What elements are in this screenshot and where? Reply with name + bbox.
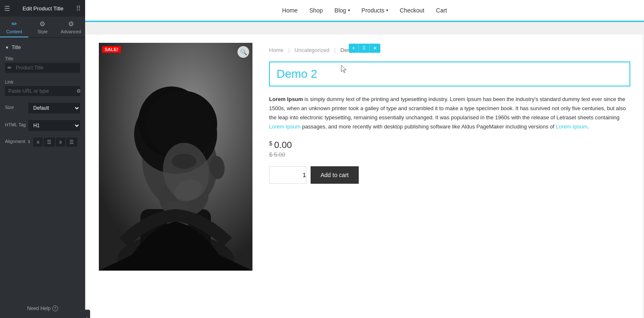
svg-point-11 (171, 154, 196, 169)
align-left-button[interactable]: ≡ (33, 138, 43, 147)
product-description: Lorem Ipsum is simply dummy text of the … (269, 95, 630, 131)
price-section: $ 0.00 $ 5.00 (269, 140, 630, 158)
breadcrumb-category[interactable]: Uncategorized (294, 47, 329, 53)
current-price: $ 0.00 (269, 140, 630, 150)
add-to-cart-button[interactable]: Add to cart (311, 166, 359, 184)
info-icon: ℹ (28, 139, 30, 144)
quantity-field[interactable] (269, 167, 306, 183)
link-input[interactable] (5, 86, 74, 96)
title-input[interactable] (14, 63, 80, 73)
html-tag-field-group: HTML Tag H1 (0, 117, 85, 134)
help-icon: ? (52, 306, 58, 311)
old-price: $ 5.00 (269, 151, 630, 158)
blog-dropdown-arrow: ▾ (348, 8, 350, 12)
widget-toolbar: + ⠿ ✕ (349, 44, 380, 53)
section-title-toggle[interactable]: ▼ Title (0, 42, 85, 53)
products-dropdown-arrow: ▾ (386, 8, 388, 12)
canvas-area: SALE! 🔍 (85, 22, 644, 318)
tab-content[interactable]: ✏ Content (0, 17, 28, 37)
size-select[interactable]: Default (28, 103, 80, 113)
product-title-box: Demo 2 (269, 62, 630, 86)
add-to-cart-row: ▲ ▼ Add to cart (269, 166, 630, 184)
size-field-group: Size Default (0, 99, 85, 117)
lorem-ipsum-link2[interactable]: Lorem Ipsum (556, 123, 588, 130)
nav-products[interactable]: Products ▾ (362, 7, 388, 14)
help-area: Need Help ? (0, 299, 85, 318)
price-value: 0.00 (274, 140, 292, 150)
product-image (99, 43, 252, 271)
gear2-icon: ⚙ (68, 20, 74, 28)
widget-close-button[interactable]: ✕ (370, 44, 380, 53)
align-justify-button[interactable]: ☰ (66, 138, 77, 147)
breadcrumb: Home | Uncategorized | Demo 2 (269, 47, 630, 53)
align-right-button[interactable]: ≡ (56, 138, 65, 147)
quantity-input: ▲ ▼ (269, 166, 306, 184)
nav-blog[interactable]: Blog ▾ (335, 7, 350, 14)
settings-icon[interactable]: ⚙ (74, 86, 80, 96)
product-image-svg (99, 43, 252, 271)
breadcrumb-sep1: | (288, 47, 289, 53)
alignment-buttons: ≡ ☰ ≡ ☰ (33, 138, 77, 147)
sidebar-body: ▼ Title Title ✏ Link ⚙ ✕ Size Default (0, 38, 85, 299)
alignment-label: Alignment ℹ (5, 139, 30, 144)
price-dollar-sign: $ (269, 140, 272, 147)
tab-advanced[interactable]: ⚙ Advanced (57, 17, 85, 37)
lorem-ipsum-bold: Lorem Ipsum (269, 96, 303, 102)
sale-badge: SALE! (102, 46, 121, 53)
nav-home[interactable]: Home (282, 7, 298, 14)
nav-shop[interactable]: Shop (309, 7, 323, 14)
gear-icon: ⚙ (39, 20, 45, 28)
size-label: Size (5, 105, 26, 110)
widget-move-button[interactable]: ⠿ (359, 44, 370, 53)
title-input-wrap: ✏ (5, 63, 80, 73)
product-details-col: Home | Uncategorized | Demo 2 Demo 2 Lor… (269, 43, 630, 317)
link-field-group: Link ⚙ ✕ (0, 76, 85, 99)
need-help-link[interactable]: Need Help ? (7, 306, 78, 311)
title-field-group: Title ✏ (0, 53, 85, 76)
zoom-icon[interactable]: 🔍 (238, 46, 249, 58)
sidebar-title: Edit Product Title (22, 5, 63, 12)
html-tag-label: HTML Tag (5, 122, 26, 127)
hamburger-icon[interactable]: ☰ (4, 5, 10, 12)
align-center-button[interactable]: ☰ (44, 138, 55, 147)
pencil-icon: ✏ (12, 20, 17, 28)
title-label: Title (5, 56, 80, 61)
nav-cart[interactable]: Cart (436, 7, 447, 14)
tab-style[interactable]: ⚙ Style (28, 17, 56, 37)
product-title: Demo 2 (277, 67, 623, 81)
sidebar-collapse-button[interactable]: ‹ (83, 310, 90, 318)
sidebar: ☰ Edit Product Title ⠿ ✏ Content ⚙ Style… (0, 0, 85, 318)
main-content: Home Shop Blog ▾ Products ▾ Checkout Car… (85, 0, 644, 318)
grid-icon[interactable]: ⠿ (76, 5, 81, 12)
chevron-down-icon: ▼ (5, 45, 9, 50)
breadcrumb-home[interactable]: Home (269, 47, 284, 53)
accent-border: + ⠿ ✕ (85, 21, 644, 22)
top-nav: Home Shop Blog ▾ Products ▾ Checkout Car… (85, 0, 644, 21)
link-input-wrap: ⚙ ✕ (5, 86, 80, 96)
alignment-field-group: Alignment ℹ ≡ ☰ ≡ ☰ (0, 134, 85, 150)
product-page: SALE! 🔍 (86, 35, 643, 318)
lorem-ipsum-link1[interactable]: Lorem Ipsum (269, 123, 301, 130)
link-label: Link (5, 79, 80, 84)
html-tag-select[interactable]: H1 (28, 120, 80, 131)
sidebar-header: ☰ Edit Product Title ⠿ (0, 0, 85, 17)
nav-checkout[interactable]: Checkout (400, 7, 424, 14)
sidebar-tabs: ✏ Content ⚙ Style ⚙ Advanced (0, 17, 85, 38)
pencil-small-icon: ✏ (5, 65, 14, 71)
product-image-col: SALE! 🔍 (99, 43, 252, 317)
widget-add-button[interactable]: + (349, 44, 359, 53)
breadcrumb-sep2: | (334, 47, 335, 53)
